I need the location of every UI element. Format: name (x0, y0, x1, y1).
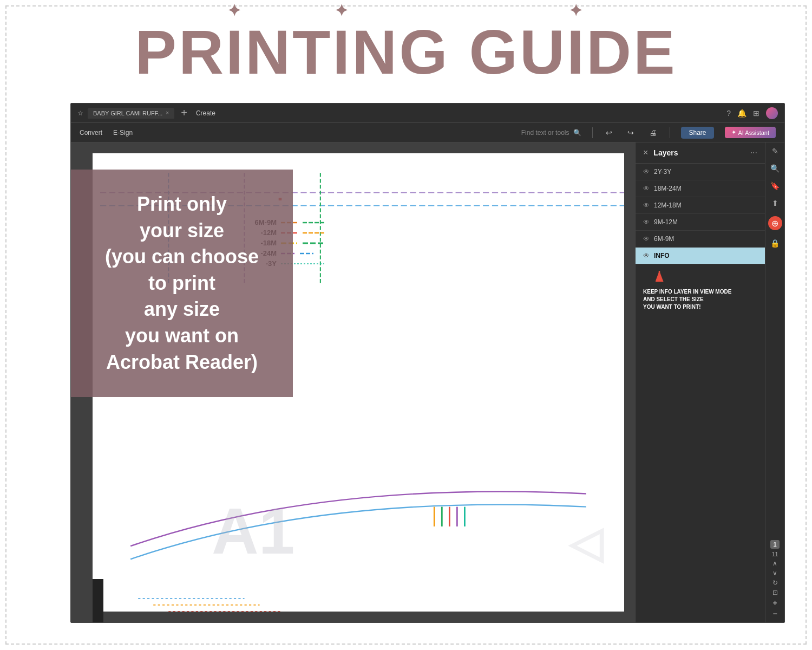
tab[interactable]: BABY GIRL CAMI RUFF... × (88, 108, 174, 119)
apps-icon[interactable]: ⊞ (753, 109, 759, 118)
page-number-current: 1 (770, 540, 779, 549)
layer-name-2y3y: 2Y-3Y (654, 168, 671, 176)
zoom-out-icon[interactable]: − (772, 609, 777, 618)
toolbar: Convert E-Sign Find text or tools 🔍 ↩ ↪ … (71, 123, 784, 142)
overlay-text-box: Print onlyyour size(you can chooseto pri… (71, 170, 293, 397)
annotation-area: KEEP INFO LAYER IN VIEW MODE AND SELECT … (636, 283, 765, 316)
right-lock-icon[interactable]: 🔒 (770, 239, 780, 248)
right-edit-icon[interactable]: ✎ (772, 147, 778, 155)
layers-panel: × Layers ··· 👁 2Y-3Y 👁 18M-24M 👁 12M-18M… (635, 142, 765, 622)
layers-header: × Layers ··· (636, 142, 765, 164)
layer-item-6m9m[interactable]: 👁 6M-9M (636, 231, 765, 248)
layer-item-2y3y[interactable]: 👁 2Y-3Y (636, 164, 765, 180)
right-bookmark-icon[interactable]: 🔖 (770, 181, 780, 190)
right-search-icon[interactable]: 🔍 (770, 164, 780, 173)
watermark-a1-right: ◁ (569, 518, 603, 568)
red-arrow-svg (649, 266, 703, 283)
undo-icon-btn[interactable]: ↩ (604, 128, 614, 137)
right-layers-icon[interactable]: ⊕ (768, 216, 782, 230)
redo-icon-btn[interactable]: ↪ (625, 128, 636, 137)
create-button[interactable]: Create (196, 109, 215, 117)
ai-icon: ✦ (731, 129, 736, 136)
share-button[interactable]: Share (681, 127, 713, 139)
black-bar (93, 579, 103, 622)
layer-item-18m24m[interactable]: 👁 18M-24M (636, 180, 765, 197)
layer-name-info: INFO (654, 252, 670, 259)
layers-close-btn[interactable]: × (643, 148, 648, 158)
search-placeholder-text: Find text or tools (521, 129, 569, 136)
right-share-icon[interactable]: ⬆ (772, 199, 778, 207)
avatar-icon[interactable] (766, 107, 778, 119)
new-tab-btn[interactable]: + (181, 107, 187, 119)
browser-icons: ? 🔔 ⊞ (726, 107, 778, 119)
layer-eye-2y3y: 👁 (643, 168, 650, 176)
pages-icon[interactable]: ⊡ (772, 589, 778, 596)
layer-name-12m18m: 12M-18M (654, 202, 682, 209)
search-area: Find text or tools 🔍 (521, 129, 582, 136)
document-area: 6M-9M -12M -18M (71, 142, 635, 622)
title-area: PRi✦NTi✦NG GUi✦DE (0, 0, 812, 99)
print-icon-btn[interactable]: 🖨 (647, 128, 659, 137)
layer-name-6m9m: 6M-9M (654, 235, 674, 243)
layer-item-12m18m[interactable]: 👁 12M-18M (636, 197, 765, 214)
convert-button[interactable]: Convert (80, 129, 102, 136)
page-title: PRi✦NTi✦NG GUi✦DE (0, 16, 812, 88)
search-icon[interactable]: 🔍 (573, 129, 581, 136)
browser-chrome: ☆ BABY GIRL CAMI RUFF... × + Create ? 🔔 … (71, 103, 784, 123)
layers-more-btn[interactable]: ··· (750, 148, 757, 158)
layer-eye-9m12m: 👁 (643, 218, 650, 226)
layer-name-9m12m: 9M-12M (654, 218, 678, 226)
ai-label: AI Assistant (738, 129, 769, 136)
layer-item-9m12m[interactable]: 👁 9M-12M (636, 214, 765, 231)
nav-up-icon[interactable]: ∧ (772, 560, 777, 567)
tab-label-text: BABY GIRL CAMI RUFF... (93, 110, 162, 116)
esign-button[interactable]: E-Sign (113, 129, 133, 136)
layer-item-info[interactable]: 👁 INFO (636, 248, 765, 264)
layer-eye-12m18m: 👁 (643, 202, 650, 209)
layer-eye-18m24m: 👁 (643, 185, 650, 192)
layer-eye-6m9m: 👁 (643, 235, 650, 243)
overlay-text: Print onlyyour size(you can chooseto pri… (95, 191, 269, 375)
help-icon[interactable]: ? (726, 109, 731, 118)
layers-title: Layers (653, 148, 750, 157)
page-number-total: 11 (771, 551, 778, 557)
screenshot-container: ☆ BABY GIRL CAMI RUFF... × + Create ? 🔔 … (70, 103, 785, 623)
main-view: 6M-9M -12M -18M (71, 142, 784, 622)
tab-close-btn[interactable]: × (166, 110, 169, 116)
layer-eye-info: 👁 (643, 252, 650, 259)
layer-name-18m24m: 18M-24M (654, 185, 682, 192)
zoom-in-icon[interactable]: + (772, 599, 777, 607)
notification-icon[interactable]: 🔔 (737, 109, 746, 118)
watermark-a1: A1 (212, 493, 294, 568)
ai-assistant-button[interactable]: ✦ AI Assistant (725, 127, 776, 138)
annotation-text: KEEP INFO LAYER IN VIEW MODE AND SELECT … (643, 288, 757, 311)
refresh-icon[interactable]: ↻ (772, 579, 778, 587)
nav-down-icon[interactable]: ∨ (772, 569, 777, 577)
layer-info-wrapper: 👁 INFO KEEP INFO (636, 248, 765, 316)
right-sidebar: ✎ 🔍 🔖 ⬆ ⊕ 🔒 1 11 ∧ ∨ ↻ ⊡ + − (765, 142, 784, 622)
tab-star-icon: ☆ (77, 109, 83, 117)
